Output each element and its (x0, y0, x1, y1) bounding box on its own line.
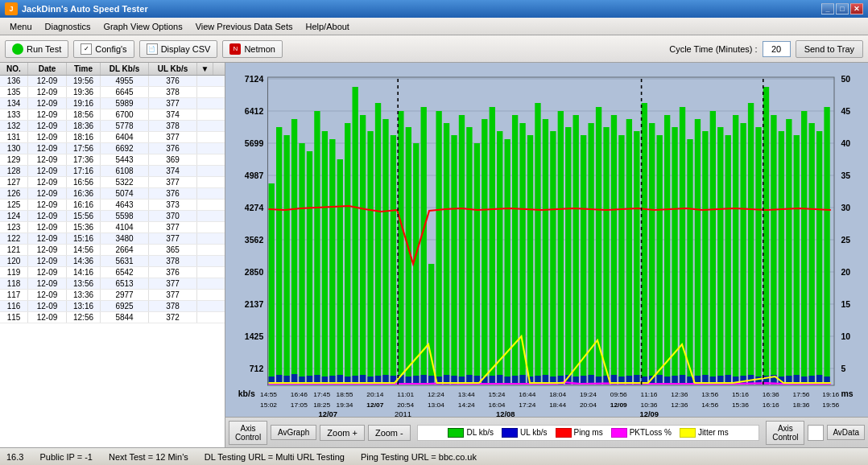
table-header: NO. Date Time DL Kb/s UL Kb/s ▼ (0, 63, 225, 76)
maximize-button[interactable]: □ (836, 3, 849, 14)
table-cell: 369 (149, 154, 197, 165)
table-row[interactable]: 13312-0918:566700374 (0, 109, 225, 121)
display-csv-button[interactable]: 📄 Display CSV (139, 40, 218, 58)
avgraph-button[interactable]: AvGraph (271, 425, 316, 440)
table-cell: 12-09 (28, 109, 67, 120)
svg-text:13:56: 13:56 (701, 391, 718, 398)
svg-text:17:45: 17:45 (313, 391, 330, 398)
table-cell: 6700 (101, 109, 149, 120)
menu-item-diagnostics[interactable]: Diagnostics (39, 20, 97, 33)
send-to-tray-button[interactable]: Send to Tray (796, 40, 863, 58)
zoom-out-button[interactable]: Zoom - (368, 425, 411, 441)
table-cell: 377 (149, 222, 197, 232)
statusbar: 16.3 Public IP = -1 Next Test = 12 Min's… (0, 447, 868, 465)
netmon-label: Netmon (244, 44, 275, 54)
svg-text:13:04: 13:04 (428, 401, 444, 409)
table-row[interactable]: 12512-0916:164643373 (0, 200, 225, 211)
table-row[interactable]: 12612-0916:365074376 (0, 188, 225, 200)
table-cell: 12-09 (28, 278, 67, 289)
table-cell: 2977 (101, 290, 149, 300)
table-row[interactable]: 11612-0913:166925378 (0, 301, 225, 312)
table-cell: 12-09 (28, 290, 67, 300)
table-cell: 120 (0, 256, 28, 266)
axis-control-right-button[interactable]: Axis Control (766, 421, 804, 445)
table-cell: 12-09 (28, 154, 67, 165)
svg-rect-95 (740, 123, 746, 385)
table-cell: 12-09 (28, 222, 67, 232)
table-cell: 17:16 (67, 166, 101, 176)
table-body[interactable]: 13612-0919:56495537613512-0919:366645378… (0, 76, 225, 447)
table-cell: 123 (0, 222, 28, 232)
table-cell: 374 (149, 166, 197, 176)
table-row[interactable]: 11912-0914:166542376 (0, 267, 225, 278)
menu-item-view-previous[interactable]: View Previous Data Sets (189, 20, 300, 33)
svg-text:20:54: 20:54 (397, 401, 414, 409)
table-row[interactable]: 11712-0913:362977377 (0, 290, 225, 301)
svg-text:12:24: 12:24 (428, 391, 444, 398)
table-cell: 116 (0, 301, 28, 311)
table-row[interactable]: 13212-0918:365778378 (0, 121, 225, 132)
toolbar: Run Test ✓ Config's 📄 Display CSV N Netm… (0, 35, 868, 63)
table-row[interactable]: 11512-0912:565844372 (0, 312, 225, 323)
configs-button[interactable]: ✓ Config's (73, 40, 134, 58)
dl-label: DL kb/s (466, 428, 494, 437)
table-cell: 6108 (101, 166, 149, 176)
table-row[interactable]: 12712-0916:565322377 (0, 177, 225, 188)
table-cell: 12-09 (28, 87, 67, 97)
table-cell: 131 (0, 132, 28, 142)
avdata-button[interactable]: AvData (827, 425, 865, 440)
ul-label: UL kb/s (520, 428, 548, 437)
svg-rect-104 (809, 123, 815, 385)
table-row[interactable]: 11812-0913:566513377 (0, 278, 225, 290)
axis-control-left-button[interactable]: Axis Control (229, 421, 267, 445)
table-row[interactable]: 12912-0917:365443369 (0, 154, 225, 166)
table-row[interactable]: 12012-0914:365631378 (0, 256, 225, 267)
table-row[interactable]: 12212-0915:163480377 (0, 233, 225, 245)
table-cell: 12-09 (28, 98, 67, 109)
table-row[interactable]: 12312-0915:364104377 (0, 222, 225, 233)
close-button[interactable]: ✕ (850, 3, 863, 14)
table-row[interactable]: 13512-0919:366645378 (0, 87, 225, 98)
app-icon: J (5, 2, 18, 15)
table-row[interactable]: 12812-0917:166108374 (0, 166, 225, 177)
cycle-time-input[interactable] (763, 41, 791, 57)
data-table: NO. Date Time DL Kb/s UL Kb/s ▼ 13612-09… (0, 63, 225, 447)
svg-rect-41 (329, 139, 335, 385)
svg-rect-96 (748, 103, 754, 385)
table-row[interactable]: 13412-0919:165989377 (0, 98, 225, 109)
title-text: JackDinn's Auto Speed Tester (22, 4, 821, 14)
run-test-button[interactable]: Run Test (5, 40, 68, 58)
col-header-time: Time (67, 63, 101, 75)
svg-rect-60 (474, 143, 480, 385)
table-row[interactable]: 13612-0919:564955376 (0, 76, 225, 87)
netmon-button[interactable]: N Netmon (222, 40, 283, 58)
svg-text:18:04: 18:04 (549, 391, 566, 398)
svg-rect-85 (664, 115, 670, 385)
svg-rect-70 (550, 131, 556, 385)
svg-text:50: 50 (841, 75, 850, 84)
svg-text:12/07: 12/07 (319, 410, 338, 417)
table-cell: 19:56 (67, 76, 101, 86)
svg-rect-94 (733, 115, 738, 385)
svg-rect-36 (291, 119, 297, 385)
svg-text:5: 5 (841, 364, 845, 373)
table-row[interactable]: 12112-0914:562664365 (0, 245, 225, 256)
svg-text:16:16: 16:16 (763, 401, 779, 409)
svg-rect-92 (717, 127, 723, 385)
menu-item-graph-view-options[interactable]: Graph View Options (97, 20, 188, 33)
zoom-in-button[interactable]: Zoom + (320, 425, 365, 441)
table-cell: 6513 (101, 278, 149, 289)
svg-text:14:55: 14:55 (260, 391, 277, 398)
table-row[interactable]: 13012-0917:566692376 (0, 143, 225, 154)
svg-rect-97 (755, 127, 761, 385)
table-row[interactable]: 13112-0918:166404377 (0, 132, 225, 143)
menu-item-menu[interactable]: Menu (3, 20, 39, 33)
legend-ul: UL kb/s (502, 428, 548, 438)
minimize-button[interactable]: _ (821, 3, 834, 14)
table-cell: 13:16 (67, 301, 101, 311)
legend-dl: DL kb/s (448, 428, 494, 438)
table-cell: 12-09 (28, 132, 67, 142)
svg-text:18:44: 18:44 (549, 401, 566, 409)
table-row[interactable]: 12412-0915:565598370 (0, 211, 225, 222)
menu-item-help[interactable]: Help/About (300, 20, 356, 33)
